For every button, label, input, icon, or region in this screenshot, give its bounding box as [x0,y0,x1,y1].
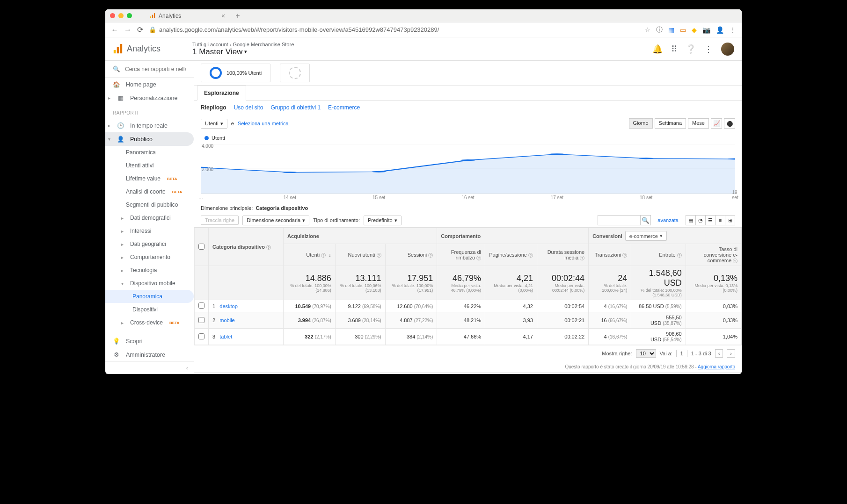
time-week-button[interactable]: Settimana [655,118,686,129]
col-revenue[interactable]: Entrate? [631,244,686,266]
sidebar-item-technology[interactable]: Tecnologia [105,264,194,277]
sidebar-audience[interactable]: 👤Pubblico [105,132,194,146]
sidebar-realtime[interactable]: 🕒In tempo reale [105,119,194,132]
col-sessions[interactable]: Sessioni? [385,244,437,266]
profile-icon[interactable]: 👤 [716,26,724,34]
row-checkbox[interactable] [198,302,204,309]
time-day-button[interactable]: Giorno [629,118,653,129]
menu-icon[interactable]: ⋮ [730,26,736,34]
sidebar-item-lifetime[interactable]: Lifetime valueBETA [105,172,194,185]
sidebar-customization[interactable]: ▦Personalizzazione [105,91,194,105]
sidebar-item-demographics[interactable]: Dati demografici [105,211,194,224]
subtab-ecommerce[interactable]: E-commerce [328,104,360,111]
address-bar[interactable]: 🔒 analytics.google.com/analytics/web/#/r… [149,26,639,33]
extension-icon[interactable]: ▦ [668,26,674,34]
chart-type-motion-icon[interactable]: ⬤ [724,118,735,129]
view-pie-icon[interactable]: ◔ [695,215,706,225]
new-tab-button[interactable]: + [235,12,240,20]
refresh-report-link[interactable]: Aggiorna rapporto [698,364,735,369]
kebab-menu-icon[interactable]: ⋮ [704,44,713,54]
sidebar-item-mobile-overview[interactable]: Panoramica [105,290,194,303]
table-search[interactable]: 🔍 [598,215,651,225]
sidebar-discover[interactable]: 💡Scopri [105,334,194,348]
table-search-input[interactable] [598,216,640,225]
notifications-icon[interactable]: 🔔 [652,44,663,54]
rows-per-page-select[interactable]: 10 [636,349,656,358]
forward-icon[interactable]: → [124,26,131,34]
extension-icon[interactable]: ◆ [692,26,697,34]
svg-rect-1 [152,14,153,18]
view-table-icon[interactable]: ▤ [686,215,696,225]
compare-metric-button[interactable]: Seleziona una metrica [238,121,289,126]
back-icon[interactable]: ← [111,26,118,34]
col-conv-rate[interactable]: Tasso di conversione e-commerce? [686,244,741,266]
sidebar-item-behavior[interactable]: Comportamento [105,251,194,264]
col-pages[interactable]: Pagine/sessione? [485,244,537,266]
sidebar-item-overview[interactable]: Panoramica [105,146,194,159]
line-chart[interactable]: 4.000 2.000 …14 set15 set16 set17 set18 … [201,143,735,194]
search-input[interactable] [125,66,186,72]
secondary-dimension-button[interactable]: Dimensione secondaria ▾ [242,216,309,225]
view-performance-icon[interactable]: ☰ [705,215,716,225]
col-users[interactable]: Utenti? ↓ [284,244,336,266]
advanced-filter-button[interactable]: avanzata [657,217,679,223]
sidebar-item-mobile[interactable]: Dispositivo mobile [105,277,194,290]
help-icon[interactable]: ❔ [686,44,696,54]
col-category[interactable]: Categoria dispositivo [212,244,265,250]
col-duration[interactable]: Durata sessione media? [537,244,588,266]
sidebar-item-audiences[interactable]: Segmenti di pubblico [105,198,194,211]
reload-icon[interactable]: ⟳ [137,25,143,34]
sidebar-search[interactable]: 🔍 [105,61,194,78]
collapse-sidebar-button[interactable]: ‹ [105,361,194,374]
row-checkbox[interactable] [198,317,204,323]
add-segment-button[interactable] [280,64,310,82]
prev-page-button[interactable]: ‹ [715,349,723,358]
next-page-button[interactable]: › [727,349,735,358]
chart-type-line-icon[interactable]: 📈 [711,118,722,129]
apps-icon[interactable]: ⠿ [671,44,677,54]
view-pivot-icon[interactable]: ⊞ [725,215,735,225]
subtab-summary[interactable]: Riepilogo [201,104,226,111]
browser-tab[interactable]: Analytics × [145,10,230,22]
search-button[interactable]: 🔍 [640,216,650,225]
col-trans[interactable]: Transazioni? [589,244,631,266]
close-tab-icon[interactable]: × [221,12,225,20]
view-comparison-icon[interactable]: ≡ [715,215,725,225]
metric-selector[interactable]: Utenti ▾ [201,119,227,129]
view-selector[interactable]: 1 Master View ▾ [192,47,294,57]
conversion-selector[interactable]: e-commerce ▾ [625,231,667,241]
subtab-goals[interactable]: Gruppo di obiettivi 1 [270,104,321,111]
col-new-users[interactable]: Nuovi utenti? [335,244,385,266]
sort-type-button[interactable]: Predefinito ▾ [364,216,402,225]
segment-all-users[interactable]: 100,00% Utenti [201,64,270,82]
time-month-button[interactable]: Mese [688,118,709,129]
page-input[interactable] [676,350,687,357]
maximize-window-icon[interactable] [127,13,132,18]
row-checkbox[interactable] [198,333,204,339]
sidebar-item-geo[interactable]: Dati geografici [105,238,194,251]
sidebar-item-interests[interactable]: Interessi [105,224,194,238]
sidebar-home[interactable]: 🏠Home page [105,78,194,91]
sidebar-item-cross-device[interactable]: Cross-deviceBETA [105,316,194,329]
sidebar-item-cohort[interactable]: Analisi di coorteBETA [105,185,194,198]
info-icon[interactable]: ⓘ [656,26,663,34]
sidebar-item-mobile-devices[interactable]: Dispositivi [105,303,194,316]
camera-icon[interactable]: 📷 [702,26,710,34]
tab-explorer[interactable]: Esplorazione [197,86,246,101]
avatar[interactable] [721,43,734,56]
subtab-site-usage[interactable]: Uso del sito [234,104,263,111]
star-icon[interactable]: ☆ [645,26,650,33]
breadcrumb[interactable]: Tutti gli account › Google Merchandise S… [192,42,294,47]
sidebar-admin[interactable]: ⚙Amministratore [105,348,194,361]
table-row[interactable]: 2. mobile 3.994(26,87%) 3.689(28,14%) 4.… [195,312,742,329]
close-window-icon[interactable] [110,13,115,18]
minimize-window-icon[interactable] [118,13,124,18]
col-bounce[interactable]: Frequenza di rimbalzo? [437,244,485,266]
table-row[interactable]: 1. desktop 10.549(70,97%) 9.122(69,58%) … [195,300,742,312]
primary-dimension-value[interactable]: Categoria dispositivo [256,205,308,211]
product-logo[interactable]: Analytics [113,44,192,54]
table-row[interactable]: 3. tablet 322(2,17%) 300(2,29%) 384(2,14… [195,329,742,345]
sidebar-item-active-users[interactable]: Utenti attivi [105,159,194,172]
extension-icon[interactable]: ▭ [680,26,686,34]
select-all-checkbox[interactable] [198,244,204,250]
